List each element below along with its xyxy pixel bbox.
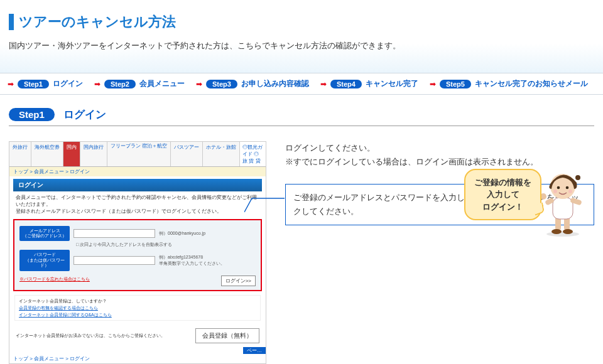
mock-tab: 外旅行 [9,142,31,166]
mock-tab: 国内旅行 [80,142,107,166]
mock-breadcrumb-bottom: トップ > 会員メニュー > ログイン [9,354,266,363]
section-step-pill: Step1 [9,108,55,121]
step-pill: Step1 [18,80,49,88]
mock-email-label: メールアドレス （ご登録のアドレス） [19,226,70,242]
page-title: ツアーのキャンセル方法 [19,13,176,31]
mock-tab: 海外航空券 [31,142,63,166]
speech-bubble: ご登録の情報を 入力して ログイン！ [464,169,541,221]
step-label: ログイン [53,78,83,89]
svg-point-10 [557,186,560,190]
section-title: ログイン [63,107,106,122]
arrow-right-icon: ➡ [320,80,327,88]
step1-section: Step1 ログイン 外旅行 海外航空券 国内 国内旅行 フリープラン 宿泊＋航… [0,95,603,364]
arrow-right-icon: ➡ [8,80,14,88]
arrow-right-icon: ➡ [430,80,436,88]
mock-pager: ペー… [9,347,266,354]
mock-register-row: インターネット会員登録がお済みでない方は、こちらからご登録ください。 会員登録（… [9,324,266,347]
mock-help-link: 会員登録の有無を確認する場合はこちら [19,306,98,310]
mock-login-heading: ログイン [13,179,262,191]
step-label: 会員メニュー [139,78,185,89]
step-nav-item-1[interactable]: ➡ Step1 ログイン [8,78,83,89]
step-nav-item-3[interactable]: ➡ Step3 お申し込み内容確認 [196,78,309,89]
mock-forgot-password-link: ※パスワードを忘れた場合はこちら [19,276,90,282]
step-nav-item-2[interactable]: ➡ Step2 会員メニュー [94,78,185,89]
svg-point-14 [575,175,580,180]
instruction-column: ログインしてください。 ※すでにログインしている場合は、ログイン画面は表示されま… [285,141,594,225]
instruction-line: ログインしてください。 [285,141,594,155]
mock-breadcrumb: トップ > 会員メニュー > ログイン [9,167,266,176]
step-nav: ➡ Step1 ログイン ➡ Step2 会員メニュー ➡ Step3 お申し込… [0,73,603,95]
mock-register-message: インターネット会員登録がお済みでない方は、こちらからご登録ください。 [16,333,165,339]
svg-point-12 [553,190,557,193]
mock-tab: フリープラン 宿泊＋航空 [107,142,171,166]
mock-register-button: 会員登録（無料） [195,328,259,343]
mock-tab: バスツアー [171,142,203,166]
mock-email-hint: 例）0000@hankyuco.jp [159,230,205,237]
mock-header-links: ◎観光ガイド ◎旅 貨 貸 [240,142,266,166]
svg-point-3 [551,229,562,234]
svg-point-0 [546,232,579,237]
callout-pointer-icon [244,196,286,215]
mock-help-link: インターネット会員登録に関するQ&Aはこちら [19,313,112,317]
mock-login-form-highlight: メールアドレス （ご登録のアドレス） 例）0000@hankyuco.jp □ … [13,219,262,291]
step-pill: Step2 [104,80,136,88]
step-pill: Step3 [206,80,237,88]
svg-point-13 [568,190,572,193]
section-heading: Step1 ログイン [9,107,594,126]
login-screenshot: 外旅行 海外航空券 国内 国内旅行 フリープラン 宿泊＋航空 バスツアー ホテル… [9,141,266,364]
mock-password-hint: 例）abcdefg12345678半角英数字で入力してください。 [159,254,225,267]
page-subtitle: 国内ツアー・海外ツアーをインターネットで予約された方は、こちらでキャンセル方法の… [9,40,594,51]
arrow-right-icon: ➡ [94,80,100,88]
step-label: キャンセル完了 [366,78,418,89]
mock-tabs: 外旅行 海外航空券 国内 国内旅行 フリープラン 宿泊＋航空 バスツアー ホテル… [9,142,266,167]
step-pill: Step5 [440,80,471,88]
page-header: ツアーのキャンセル方法 国内ツアー・海外ツアーをインターネットで予約された方は、… [0,0,603,73]
mock-remember-checkbox: □ 次回より今回入力したアドレスを自動表示する [76,242,256,248]
mock-tab-active: 国内 [63,142,80,166]
step-nav-item-4[interactable]: ➡ Step4 キャンセル完了 [320,78,418,89]
svg-point-11 [566,186,569,190]
svg-rect-5 [553,198,573,219]
svg-point-4 [563,229,573,234]
mock-email-input [73,229,155,238]
mock-password-input [73,256,155,265]
mock-login-button: ログイン>> [221,276,256,286]
instruction-note: ※すでにログインしている場合は、ログイン画面は表示されません。 [285,155,594,169]
step-pill: Step4 [330,80,362,88]
step-label: お申し込み内容確認 [241,78,309,89]
step-nav-item-5[interactable]: ➡ Step5 キャンセル完了のお知らせメール [430,78,588,89]
title-accent-bar [9,14,14,30]
mock-help-block: インターネット会員登録は、していますか？ 会員登録の有無を確認する場合はこちら … [14,295,261,321]
arrow-right-icon: ➡ [196,80,202,88]
mock-tab: ホテル・旅館 [203,142,240,166]
mock-password-label: パスワード （または仮パスワード） [19,250,70,270]
mock-login-intro: 会員メニューでは、インターネットでご予約された予約の確認やキャンセル、会員情報の… [9,191,266,218]
step-label: キャンセル完了のお知らせメール [475,78,588,89]
mascot-group: ご登録の情報を 入力して ログイン！ [464,168,590,237]
